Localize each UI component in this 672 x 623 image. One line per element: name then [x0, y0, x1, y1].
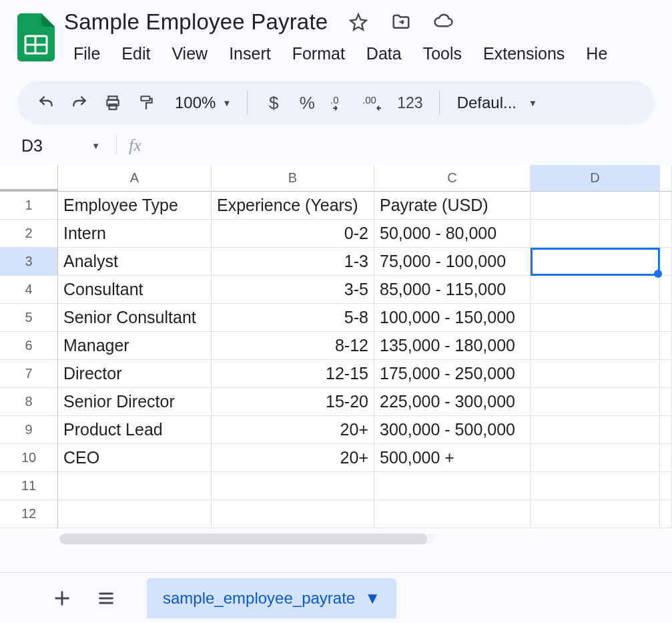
menu-file[interactable]: File — [63, 40, 111, 67]
star-icon[interactable] — [345, 9, 372, 35]
menu-format[interactable]: Format — [282, 40, 356, 67]
cell[interactable] — [660, 304, 672, 332]
name-box[interactable]: D3 ▼ — [17, 136, 104, 156]
cell[interactable]: 75,000 - 100,000 — [374, 248, 531, 276]
currency-button[interactable]: $ — [258, 87, 289, 118]
cell[interactable]: 15-20 — [212, 388, 374, 416]
paint-format-button[interactable] — [131, 87, 161, 118]
menu-data[interactable]: Data — [356, 40, 412, 67]
cell[interactable] — [531, 332, 660, 360]
select-all-corner[interactable] — [0, 165, 58, 192]
menu-edit[interactable]: Edit — [111, 40, 161, 67]
row-header-11[interactable]: 11 — [0, 472, 58, 500]
cell[interactable] — [660, 276, 672, 304]
cell[interactable] — [212, 472, 374, 500]
row-header-1[interactable]: 1 — [0, 192, 58, 220]
cell[interactable] — [531, 388, 660, 416]
cell[interactable] — [531, 444, 660, 472]
menu-view[interactable]: View — [161, 40, 218, 67]
row-header-6[interactable]: 6 — [0, 332, 58, 360]
cell[interactable]: 135,000 - 180,000 — [374, 332, 531, 360]
cell[interactable] — [660, 248, 672, 276]
row-header-5[interactable]: 5 — [0, 304, 58, 332]
cell[interactable] — [58, 500, 212, 528]
zoom-dropdown[interactable]: 100% ▼ — [164, 93, 236, 112]
row-header-12[interactable]: 12 — [0, 500, 58, 528]
sheets-logo[interactable] — [17, 13, 55, 61]
cell[interactable]: Manager — [58, 332, 212, 360]
cell[interactable]: 50,000 - 80,000 — [374, 220, 531, 248]
cell[interactable]: 85,000 - 115,000 — [374, 276, 531, 304]
increase-decimal-button[interactable]: .00 — [358, 87, 389, 118]
cell[interactable] — [212, 500, 374, 528]
cell[interactable]: 100,000 - 150,000 — [374, 304, 531, 332]
cell[interactable] — [660, 472, 672, 500]
cell[interactable] — [660, 444, 672, 472]
row-header-8[interactable]: 8 — [0, 388, 58, 416]
col-header-D[interactable]: D — [531, 165, 660, 192]
row-header-4[interactable]: 4 — [0, 276, 58, 304]
cell[interactable]: 225,000 - 300,000 — [374, 388, 531, 416]
cloud-status-icon[interactable] — [430, 9, 457, 35]
cell[interactable]: 175,000 - 250,000 — [374, 360, 531, 388]
cell[interactable]: Employee Type — [58, 192, 212, 220]
all-sheets-button[interactable] — [84, 576, 128, 620]
cell[interactable]: 20+ — [212, 444, 374, 472]
row-header-3[interactable]: 3 — [0, 248, 58, 276]
sheet-tab[interactable]: sample_employee_payrate ▼ — [147, 578, 396, 618]
cell[interactable] — [374, 472, 531, 500]
cell[interactable] — [531, 248, 660, 276]
col-header-C[interactable]: C — [374, 165, 531, 192]
cell[interactable] — [531, 416, 660, 444]
cell[interactable]: CEO — [58, 444, 212, 472]
menu-insert[interactable]: Insert — [218, 40, 282, 67]
cell[interactable] — [531, 304, 660, 332]
cell[interactable] — [660, 332, 672, 360]
cell[interactable]: Analyst — [58, 248, 212, 276]
sheet-tab-menu-icon[interactable]: ▼ — [364, 589, 380, 608]
cell[interactable] — [660, 220, 672, 248]
col-header-B[interactable]: B — [212, 165, 374, 192]
row-header-2[interactable]: 2 — [0, 220, 58, 248]
cell[interactable]: Product Lead — [58, 416, 212, 444]
more-formats-button[interactable]: 123 — [392, 94, 428, 112]
row-header-10[interactable]: 10 — [0, 444, 58, 472]
cell[interactable] — [531, 276, 660, 304]
cell[interactable]: 3-5 — [212, 276, 374, 304]
cell[interactable]: 8-12 — [212, 332, 374, 360]
cell[interactable] — [660, 500, 672, 528]
percent-button[interactable]: % — [292, 87, 322, 118]
add-sheet-button[interactable] — [40, 576, 84, 620]
document-title[interactable]: Sample Employee Payrate — [63, 7, 329, 37]
cell[interactable]: 500,000 + — [374, 444, 531, 472]
cell[interactable]: Director — [58, 360, 212, 388]
cell[interactable]: 1-3 — [212, 248, 374, 276]
undo-button[interactable] — [31, 87, 61, 118]
menu-tools[interactable]: Tools — [412, 40, 472, 67]
col-header-A[interactable]: A — [58, 165, 212, 192]
cell[interactable]: Experience (Years) — [212, 192, 374, 220]
decrease-decimal-button[interactable]: .0 — [325, 87, 356, 118]
move-folder-icon[interactable] — [388, 9, 414, 35]
redo-button[interactable] — [64, 87, 95, 118]
font-dropdown[interactable]: Defaul... ▼ — [450, 93, 544, 112]
spreadsheet-grid[interactable]: A B C D 1Employee TypeExperience (Years)… — [0, 165, 672, 544]
cell[interactable]: Senior Director — [58, 388, 212, 416]
cell[interactable] — [531, 500, 660, 528]
cell[interactable] — [531, 360, 660, 388]
cell[interactable]: 12-15 — [212, 360, 374, 388]
cell[interactable] — [660, 192, 672, 220]
scrollbar-thumb[interactable] — [60, 534, 427, 544]
cell[interactable]: 0-2 — [212, 220, 374, 248]
cell[interactable] — [531, 220, 660, 248]
cell[interactable] — [531, 472, 660, 500]
row-header-9[interactable]: 9 — [0, 416, 58, 444]
print-button[interactable] — [97, 87, 128, 118]
menu-extensions[interactable]: Extensions — [472, 40, 575, 67]
cell[interactable]: 300,000 - 500,000 — [374, 416, 531, 444]
col-header-E[interactable] — [660, 165, 672, 192]
cell[interactable]: Senior Consultant — [58, 304, 212, 332]
cell[interactable]: 5-8 — [212, 304, 374, 332]
cell[interactable] — [374, 500, 531, 528]
cell[interactable]: Payrate (USD) — [374, 192, 531, 220]
